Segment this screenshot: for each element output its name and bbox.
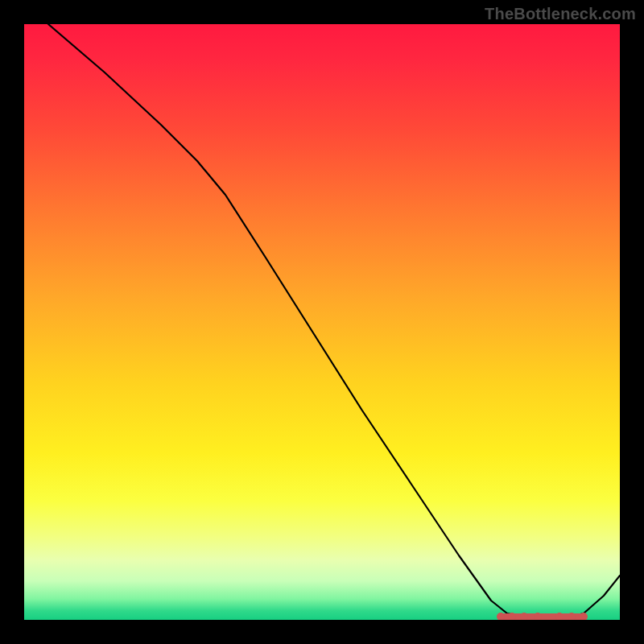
chart-svg — [24, 24, 620, 620]
curve-path — [48, 24, 620, 618]
marker-group — [497, 613, 588, 620]
plot-area — [24, 24, 620, 620]
watermark-text: TheBottleneck.com — [485, 5, 636, 23]
chart-frame: TheBottleneck.com — [0, 0, 644, 644]
